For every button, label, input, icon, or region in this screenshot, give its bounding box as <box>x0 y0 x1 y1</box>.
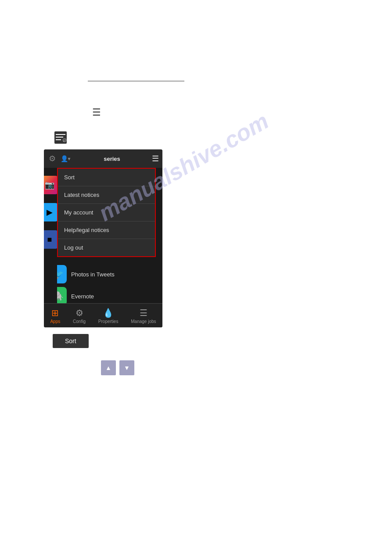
device-gear-icon[interactable]: ⚙ <box>47 154 57 163</box>
device-top-bar: ⚙ 👤 ▼ series ☰ <box>44 149 162 168</box>
apps-tab-icon: ⊞ <box>51 308 59 318</box>
hamburger-icon[interactable]: ☰ <box>92 107 101 118</box>
device-menu-hamburger-icon[interactable]: ☰ <box>152 154 159 163</box>
sort-icon[interactable]: i <box>53 130 68 145</box>
device-title: series <box>75 156 149 162</box>
config-tab-icon: ⚙ <box>76 308 83 318</box>
arrow-buttons-container: ▲ ▼ <box>101 360 134 375</box>
bottom-tab-manage-jobs[interactable]: ☰ Manage jobs <box>131 308 156 324</box>
dropdown-item-log-out[interactable]: Log out <box>58 239 155 256</box>
apps-tab-label: Apps <box>50 319 60 324</box>
dropdown-item-sort[interactable]: Sort <box>58 169 155 186</box>
top-underline-decoration <box>88 73 184 81</box>
device-person-icon[interactable]: 👤 ▼ <box>60 154 72 163</box>
sort-button[interactable]: Sort <box>53 334 89 348</box>
manage-jobs-tab-label: Manage jobs <box>131 319 156 324</box>
app-label-evernote: Evernote <box>71 293 94 300</box>
arrow-up-button[interactable]: ▲ <box>101 360 116 375</box>
device-person-dropdown-arrow: ▼ <box>67 156 72 161</box>
properties-tab-label: Properties <box>98 319 119 324</box>
device-screenshot: ⚙ 👤 ▼ series ☰ Sort Latest notices My ac… <box>44 149 162 327</box>
dropdown-item-my-account[interactable]: My account <box>58 204 155 221</box>
config-tab-label: Config <box>73 319 86 324</box>
dropdown-menu: Sort Latest notices My account Help/lega… <box>57 168 156 257</box>
dropdown-item-help-legal[interactable]: Help/legal notices <box>58 221 155 239</box>
svg-text:i: i <box>64 140 64 142</box>
manage-jobs-tab-icon: ☰ <box>140 308 147 318</box>
properties-tab-icon: 💧 <box>103 308 114 318</box>
app-label-photos-in-tweets: Photos in Tweets <box>71 271 115 278</box>
bottom-tab-properties[interactable]: 💧 Properties <box>98 308 119 324</box>
dropdown-item-latest-notices[interactable]: Latest notices <box>58 186 155 204</box>
bottom-tab-apps[interactable]: ⊞ Apps <box>50 308 60 324</box>
device-bottom-bar: ⊞ Apps ⚙ Config 💧 Properties ☰ Manage jo… <box>44 303 162 327</box>
bottom-tab-config[interactable]: ⚙ Config <box>73 308 86 324</box>
arrow-down-button[interactable]: ▼ <box>119 360 134 375</box>
